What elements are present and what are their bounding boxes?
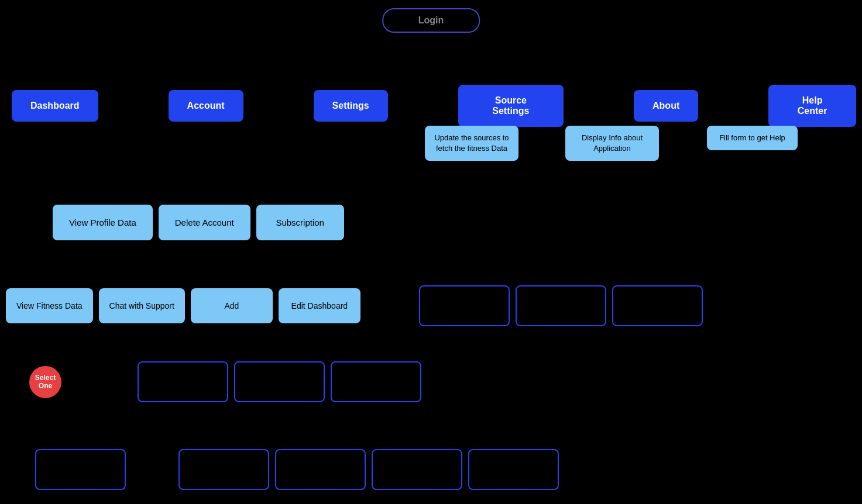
select-box-2[interactable] [234,361,325,402]
source-settings-desc: Update the sources to fetch the fitness … [425,126,518,161]
view-profile-data-button[interactable]: View Profile Data [53,205,153,240]
account-subitems: View Profile Data Delete Account Subscri… [53,205,344,240]
bottom-box-4[interactable] [372,449,462,490]
empty-box-1 [419,285,510,326]
nav-dashboard[interactable]: Dashboard [12,90,98,122]
about-desc: Display Info about Application [565,126,659,161]
select-one-row: Select One [29,361,421,402]
select-box-3[interactable] [331,361,421,402]
help-center-desc: Fill form to get Help [707,126,798,150]
nav-account[interactable]: Account [169,90,243,122]
login-button[interactable]: Login [382,8,480,33]
nav-settings[interactable]: Settings [314,90,388,122]
view-fitness-data-button[interactable]: View Fitness Data [6,288,93,323]
add-button[interactable]: Add [191,288,273,323]
bottom-box-2[interactable] [178,449,269,490]
subscription-button[interactable]: Subscription [256,205,344,240]
nav-about[interactable]: About [634,90,698,122]
select-one-badge[interactable]: Select One [29,366,61,398]
select-box-1[interactable] [138,361,228,402]
edit-dashboard-button[interactable]: Edit Dashboard [279,288,360,323]
nav-source-settings[interactable]: Source Settings [458,85,564,127]
bottom-box-3[interactable] [275,449,366,490]
dashboard-subitems: View Fitness Data Chat with Support Add … [6,285,703,326]
delete-account-button[interactable]: Delete Account [159,205,250,240]
nav-help-center[interactable]: Help Center [768,85,856,127]
bottom-boxes-row [35,449,559,490]
bottom-box-1[interactable] [35,449,126,490]
main-nav: Dashboard Account Settings Source Settin… [0,85,862,127]
chat-with-support-button[interactable]: Chat with Support [99,288,185,323]
empty-box-2 [516,285,606,326]
empty-box-3 [612,285,703,326]
bottom-box-5[interactable] [468,449,559,490]
